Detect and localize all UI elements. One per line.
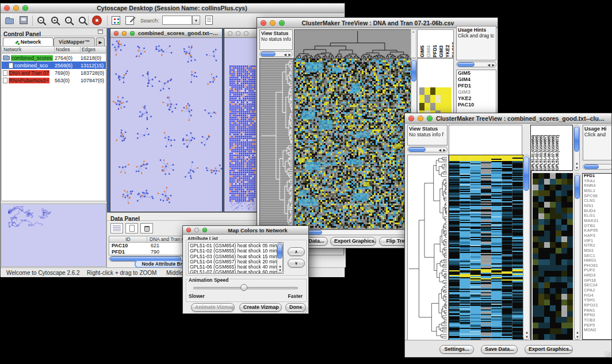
gene-label[interactable]: GIM4 [457, 76, 496, 83]
settings-button[interactable]: Settings... [439, 345, 474, 354]
treeview1-splitter[interactable]: ▸ [411, 29, 416, 58]
search-label: Search: [140, 17, 159, 24]
open-session-button[interactable] [5, 16, 14, 26]
treeview2-heatmap[interactable] [449, 155, 523, 341]
close-icon[interactable] [228, 31, 232, 36]
export-graphics-button[interactable]: Export Graphics... [330, 237, 376, 246]
tab-overflow-button[interactable]: ▶ [96, 37, 105, 46]
vizmapper-grid-button[interactable] [112, 16, 120, 25]
animation-slider-thumb[interactable] [240, 284, 247, 291]
treeview2-row-dendrogram[interactable] [407, 155, 449, 341]
treeview2-zoom-scrollbar[interactable]: ▲ ▼ [574, 173, 580, 340]
gene-label[interactable]: PAC10 [457, 102, 496, 108]
minimize-icon[interactable] [122, 31, 127, 36]
treeview2-titlebar[interactable]: ClusterMaker TreeView : combined_scores_… [405, 113, 611, 124]
save-data-button[interactable]: Save Data... [481, 345, 518, 354]
search-input[interactable] [162, 16, 192, 25]
zoom-window-icon[interactable] [279, 20, 285, 26]
zoom-window-icon[interactable] [22, 5, 28, 11]
network-row-rnapuber[interactable]: RNAPuberNov2+ 563(0) 107847(0) [2, 76, 106, 84]
gene-label[interactable]: MON2 [583, 328, 612, 333]
matrix-cell [419, 87, 424, 95]
treeview1-hints-scrollbar[interactable]: ◀ ▶ [456, 62, 496, 67]
network-row-combined-scores[interactable]: combined_scores 2764(0) 16218(0) [2, 54, 106, 62]
attribute-listbox[interactable]: GPL51-01 (GSM854) heat shock 05 minGPL51… [188, 242, 284, 274]
close-icon[interactable] [4, 5, 10, 11]
close-icon[interactable] [114, 31, 118, 36]
gene-label[interactable]: GIM5 [457, 70, 496, 76]
save-session-button[interactable] [20, 16, 28, 24]
matrix-cell [441, 103, 446, 110]
zoom-out-button[interactable]: − [37, 17, 44, 24]
resize-grip[interactable] [301, 306, 308, 313]
network-row-dna-tran[interactable]: DNA and Tran 07 769(0) 183728(0) [2, 69, 106, 76]
move-down-button[interactable]: ∨ [288, 259, 305, 267]
treeview2-hints-scrollbar[interactable] [583, 164, 612, 170]
treeview1-column-dendrogram[interactable] [294, 29, 411, 59]
close-icon[interactable] [408, 116, 414, 121]
zoom-window-icon[interactable] [244, 31, 248, 36]
grid-dots-icon [114, 18, 116, 20]
network-overview-panel[interactable] [1, 204, 106, 267]
minimize-icon[interactable] [13, 5, 19, 11]
network-grid-window [224, 28, 257, 212]
minimize-icon[interactable] [194, 228, 199, 232]
status-welcome: Welcome to Cytoscape 2.6.2 [6, 270, 80, 276]
dialog-titlebar[interactable]: Map Colors to Network [183, 226, 308, 235]
create-vizmap-button[interactable]: Create Vizmap [239, 303, 282, 312]
network-grid-titlebar[interactable] [224, 29, 257, 38]
minimize-icon[interactable] [236, 31, 240, 36]
attribute-item[interactable]: GPL51-07 (GSM868) heat shock 60 min [190, 270, 283, 274]
network-grid-canvas[interactable] [224, 38, 257, 212]
treeview1-heatmap[interactable] [294, 58, 411, 229]
zoom-window-icon[interactable] [427, 116, 433, 121]
minimize-icon[interactable] [270, 20, 276, 26]
gene-label[interactable]: PFD1 [457, 83, 496, 89]
animation-speed-label: Animation Speed [188, 277, 230, 283]
zoom-window-icon[interactable] [202, 228, 207, 232]
network-overview-canvas[interactable] [2, 204, 106, 266]
attribute-select-button[interactable] [110, 223, 123, 233]
export-graphics-button[interactable]: Export Graphics... [525, 345, 573, 354]
tab-network[interactable]: Network [3, 37, 53, 46]
network-canvas[interactable] [110, 38, 222, 212]
gene-label[interactable]: YKE2 [457, 95, 496, 102]
network-view-titlebar[interactable]: combined_scores_good.txt--cluste... [110, 29, 222, 38]
main-titlebar[interactable]: Cytoscape Desktop (Session Name: collins… [1, 3, 345, 13]
help-lifering-icon[interactable] [93, 16, 101, 25]
treeview2-zoom-heatmap[interactable] [533, 173, 573, 340]
treeview2-labels-scrollbar[interactable]: ▲ ▼ [573, 125, 580, 171]
treeview1-status-scrollbar[interactable]: ◀ ▶ [259, 51, 293, 57]
float-panel-icon[interactable] [98, 29, 103, 34]
zoom-window-icon[interactable] [130, 31, 135, 36]
delete-attribute-button[interactable] [140, 223, 153, 233]
animate-vizmap-button[interactable]: Animate Vizmap [191, 303, 235, 312]
trash-icon [144, 226, 150, 232]
resize-grip[interactable] [605, 351, 611, 358]
table-grid-icon [113, 225, 121, 231]
close-icon[interactable] [186, 228, 191, 232]
matrix-cell [430, 87, 435, 95]
new-attribute-button[interactable] [125, 223, 138, 233]
search-dropdown-button[interactable]: ▼ [192, 16, 200, 25]
zoom-selected-button[interactable]: ▫ [65, 17, 72, 24]
network-row-selected[interactable]: combined_sco 2569(6) 13112(15) [2, 62, 106, 69]
treeview1-row-dendrogram[interactable] [259, 58, 294, 229]
column-label: GPL51-01 (GSM854) [531, 135, 535, 170]
move-up-button[interactable]: ∧ [288, 247, 305, 256]
column-label: GPL51-03 (GSM856) [539, 135, 543, 170]
network-report-button[interactable] [205, 16, 213, 25]
attribute-list-scrollbar[interactable]: ▲ ▼ [277, 243, 283, 273]
zoom-in-button[interactable]: + [51, 17, 58, 24]
zoom-fit-button[interactable] [79, 17, 86, 24]
minimize-icon[interactable] [418, 116, 423, 121]
treeview2-status-scrollbar[interactable]: ◀ ▶ [407, 147, 447, 152]
matrix-cell [435, 87, 441, 95]
tab-vizmapper[interactable]: VizMapper™ [53, 37, 95, 46]
gene-label[interactable]: GIM3 [457, 89, 496, 95]
treeview2-vscrollbar[interactable]: ▲ ▼ [523, 155, 530, 340]
network-table-header[interactable]: Network Nodes Edges [2, 47, 106, 53]
annotation-button[interactable] [125, 16, 134, 25]
report-doc-icon [207, 18, 211, 18]
close-icon[interactable] [261, 20, 266, 26]
